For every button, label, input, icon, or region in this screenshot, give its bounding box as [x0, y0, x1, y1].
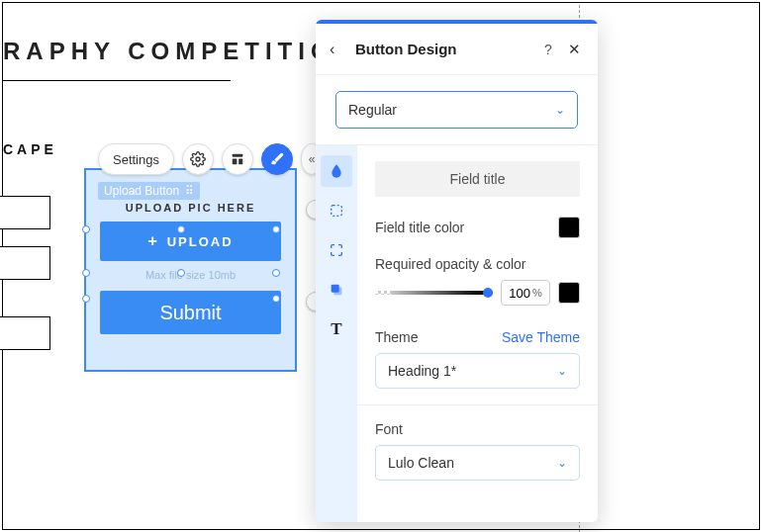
panel-style-section: Regular ⌄ — [316, 75, 598, 145]
submit-button-label: Submit — [159, 302, 221, 324]
element-toolbar: Settings « — [98, 141, 323, 177]
font-select[interactable]: Lulo Clean ⌄ — [375, 445, 580, 481]
panel-title: Button Design — [347, 41, 538, 57]
input-outline-3[interactable] — [0, 316, 50, 350]
tab-shadow-icon[interactable] — [321, 274, 352, 306]
plus-icon: + — [147, 232, 158, 250]
selection-handle[interactable] — [177, 225, 185, 233]
upload-button[interactable]: + UPLOAD — [100, 222, 281, 261]
page-subtitle: CAPE — [3, 141, 57, 157]
selection-handle[interactable] — [177, 269, 185, 277]
panel-content: Field title Field title color Required o… — [357, 145, 598, 522]
tab-border-dashed-icon[interactable] — [321, 195, 352, 226]
theme-select[interactable]: Heading 1* ⌄ — [375, 353, 580, 389]
slider-track — [375, 291, 493, 295]
close-icon[interactable]: ✕ — [564, 41, 584, 58]
svg-rect-1 — [233, 154, 243, 157]
opacity-slider[interactable] — [375, 288, 493, 298]
page-title: RAPHY COMPETITION — [3, 38, 358, 65]
required-opacity-row: 100 % — [375, 280, 580, 306]
upload-hint: Max file size 10mb — [100, 269, 281, 281]
selection-handle[interactable] — [82, 225, 90, 233]
save-theme-link[interactable]: Save Theme — [502, 329, 580, 345]
selection-handle[interactable] — [82, 295, 90, 303]
panel-header: ‹ Button Design ? ✕ — [316, 24, 598, 75]
input-outline-1[interactable] — [0, 196, 50, 229]
layout-icon[interactable] — [222, 143, 253, 175]
upload-button-label: UPLOAD — [167, 234, 234, 249]
chevron-down-icon: ⌄ — [557, 456, 567, 470]
selection-handle[interactable] — [272, 269, 280, 277]
svg-rect-6 — [333, 287, 341, 295]
opacity-value: 100 — [509, 286, 530, 301]
tab-corners-icon[interactable] — [321, 234, 352, 266]
title-divider — [3, 80, 231, 81]
theme-select-value: Heading 1* — [388, 363, 456, 379]
theme-row: Theme Save Theme — [375, 329, 580, 345]
upload-field-label: UPLOAD PIC HERE — [100, 202, 281, 214]
element-badge[interactable]: Upload Button ⠿ — [98, 182, 200, 200]
svg-rect-2 — [233, 158, 238, 164]
submit-button[interactable]: Submit — [100, 291, 281, 334]
design-side-tabs: T — [316, 145, 357, 522]
gear-icon[interactable] — [182, 143, 214, 175]
svg-point-0 — [196, 157, 200, 161]
app-frame: RAPHY COMPETITION CAPE Upload Button ⠿ U… — [2, 2, 760, 530]
opacity-unit: % — [532, 287, 542, 299]
svg-rect-4 — [332, 206, 342, 217]
field-title-color-row: Field title color — [375, 217, 580, 238]
section-title: Field title — [375, 161, 580, 197]
help-icon[interactable]: ? — [538, 42, 558, 57]
element-badge-label: Upload Button — [104, 184, 179, 198]
required-color-swatch[interactable] — [558, 282, 580, 304]
style-select-value: Regular — [348, 102, 397, 118]
design-brush-icon[interactable] — [261, 143, 293, 175]
design-panel: ‹ Button Design ? ✕ Regular ⌄ — [316, 20, 598, 522]
required-opacity-label: Required opacity & color — [375, 256, 580, 272]
field-title-color-label: Field title color — [375, 220, 464, 235]
divider — [357, 404, 598, 405]
font-label: Font — [375, 421, 580, 437]
selection-handle[interactable] — [82, 269, 90, 277]
svg-rect-3 — [238, 158, 242, 164]
tab-fill-icon[interactable] — [321, 155, 352, 187]
theme-label: Theme — [375, 329, 419, 345]
opacity-input[interactable]: 100 % — [501, 280, 550, 306]
field-title-color-swatch[interactable] — [558, 217, 580, 238]
font-select-value: Lulo Clean — [388, 455, 454, 471]
upload-form-card[interactable]: Upload Button ⠿ UPLOAD PIC HERE + UPLOAD… — [84, 168, 297, 372]
style-select[interactable]: Regular ⌄ — [335, 91, 578, 129]
chevron-down-icon: ⌄ — [557, 364, 567, 378]
drag-handle-icon[interactable]: ⠿ — [185, 184, 194, 198]
chevron-down-icon: ⌄ — [555, 103, 565, 117]
back-icon[interactable]: ‹ — [330, 41, 347, 58]
input-outline-2[interactable] — [0, 246, 50, 280]
slider-thumb[interactable] — [483, 288, 493, 298]
tab-text-icon[interactable]: T — [321, 313, 352, 345]
selection-handle[interactable] — [272, 295, 280, 303]
selection-handle[interactable] — [272, 225, 280, 233]
settings-button[interactable]: Settings — [98, 143, 174, 175]
settings-button-label: Settings — [113, 152, 159, 167]
